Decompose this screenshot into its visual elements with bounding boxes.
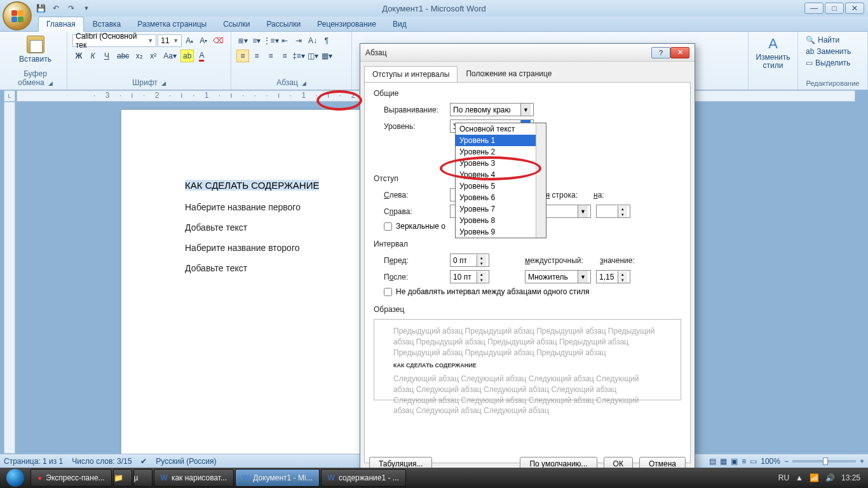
- line-spacing-button[interactable]: ‡≡▾: [292, 50, 305, 62]
- tab-insert[interactable]: Вставка: [85, 17, 129, 31]
- bullets-button[interactable]: ≣▾: [236, 34, 249, 47]
- view-draft-icon[interactable]: ▭: [750, 457, 757, 466]
- vertical-ruler[interactable]: [4, 102, 15, 454]
- underline-button[interactable]: Ч: [100, 50, 113, 62]
- select-button[interactable]: ▭Выделить: [803, 57, 862, 69]
- level-opt-9[interactable]: Уровень 9: [456, 226, 546, 238]
- tray-lang[interactable]: RU: [778, 473, 789, 482]
- dialog-help-button[interactable]: ?: [651, 47, 670, 58]
- tray-network-icon[interactable]: 📶: [810, 473, 819, 482]
- no-add-space-checkbox[interactable]: Не добавлять интервал между абзацами одн…: [384, 287, 681, 296]
- level-opt-8[interactable]: Уровень 8: [456, 215, 546, 226]
- level-opt-4[interactable]: Уровень 4: [456, 169, 546, 180]
- status-page[interactable]: Страница: 1 из 1: [4, 457, 63, 466]
- font-launcher-icon[interactable]: ◢: [161, 80, 166, 86]
- paragraph-launcher-icon[interactable]: ◢: [302, 80, 306, 86]
- taskbar-utorrent-icon[interactable]: µ: [133, 469, 153, 487]
- doc-heading[interactable]: КАК СДЕЛАТЬ СОДЕРЖАНИЕ: [185, 180, 319, 191]
- taskbar-explorer-icon[interactable]: 📁: [113, 469, 132, 487]
- bold-button[interactable]: Ж: [72, 50, 85, 62]
- close-button[interactable]: ✕: [845, 3, 864, 14]
- tab-references[interactable]: Ссылки: [215, 17, 257, 31]
- status-wordcount[interactable]: Число слов: 3/15: [72, 457, 132, 466]
- level-opt-1[interactable]: Уровень 1: [456, 135, 546, 146]
- level-opt-2[interactable]: Уровень 2: [456, 146, 546, 158]
- tray-flag-icon[interactable]: ▲: [796, 473, 803, 482]
- qat-redo-icon[interactable]: ↷: [65, 2, 78, 15]
- font-name-combo[interactable]: Calibri (Основной тек▼: [72, 34, 156, 47]
- dialog-tab-position[interactable]: Положение на странице: [458, 65, 560, 82]
- italic-button[interactable]: К: [86, 50, 99, 62]
- paste-button[interactable]: Вставить: [9, 34, 62, 65]
- view-outline-icon[interactable]: ≡: [742, 457, 746, 466]
- tab-review[interactable]: Рецензирование: [309, 17, 384, 31]
- zoom-out-button[interactable]: −: [784, 457, 789, 466]
- qat-save-icon[interactable]: 💾: [34, 2, 47, 15]
- zoom-slider[interactable]: [792, 460, 856, 463]
- tray-volume-icon[interactable]: 🔊: [825, 473, 835, 482]
- level-opt-0[interactable]: Основной текст: [456, 123, 546, 135]
- superscript-button[interactable]: x²: [147, 50, 159, 62]
- taskbar-item-2[interactable]: Wкак нарисоват...: [154, 469, 234, 487]
- align-justify-button[interactable]: ≡: [278, 50, 291, 62]
- tab-view[interactable]: Вид: [385, 17, 414, 31]
- show-marks-button[interactable]: ¶: [320, 34, 333, 47]
- align-left-button[interactable]: ≡: [236, 50, 249, 62]
- tab-mailings[interactable]: Рассылки: [259, 17, 308, 31]
- borders-button[interactable]: ▦▾: [320, 50, 333, 62]
- zoom-in-button[interactable]: +: [860, 457, 864, 466]
- qat-customize-icon[interactable]: ▼: [80, 2, 93, 15]
- clipboard-launcher-icon[interactable]: ◢: [48, 80, 53, 86]
- tray-clock[interactable]: 13:25: [841, 473, 860, 482]
- status-proofing-icon[interactable]: ✔: [140, 457, 147, 466]
- zoom-level[interactable]: 100%: [761, 457, 780, 466]
- linespacing-combo[interactable]: Множитель▼: [525, 270, 591, 283]
- change-styles-button[interactable]: A Изменить стили: [754, 34, 792, 71]
- ruler-corner[interactable]: L: [4, 90, 15, 102]
- qat-undo-icon[interactable]: ↶: [50, 2, 62, 15]
- level-opt-3[interactable]: Уровень 3: [456, 158, 546, 169]
- start-button[interactable]: [1, 468, 29, 487]
- level-opt-6[interactable]: Уровень 6: [456, 192, 546, 203]
- numbering-button[interactable]: ≡▾: [250, 34, 263, 47]
- tab-home[interactable]: Главная: [38, 17, 84, 32]
- font-size-combo[interactable]: 11▼: [158, 34, 182, 47]
- indent-dec-button[interactable]: ⇤: [278, 34, 291, 47]
- find-button[interactable]: 🔍Найти: [803, 34, 862, 46]
- dialog-tab-indents[interactable]: Отступы и интервалы: [364, 66, 458, 83]
- taskbar-item-4[interactable]: Wсодержание1 - ...: [321, 469, 406, 487]
- font-color-button[interactable]: A: [195, 50, 208, 62]
- strike-button[interactable]: abc: [114, 50, 132, 62]
- minimize-button[interactable]: —: [804, 3, 824, 14]
- align-right-button[interactable]: ≡: [264, 50, 277, 62]
- shrink-font-icon[interactable]: A▾: [197, 34, 210, 47]
- indent-inc-button[interactable]: ⇥: [292, 34, 305, 47]
- taskbar-item-3[interactable]: WДокумент1 - Mi...: [235, 469, 320, 487]
- maximize-button[interactable]: □: [825, 3, 844, 14]
- view-print-icon[interactable]: ▤: [709, 457, 716, 466]
- subscript-button[interactable]: x₂: [133, 50, 146, 62]
- linespacing-value-spin[interactable]: 1,15▴▾: [596, 270, 630, 283]
- clear-format-icon[interactable]: ⌫: [211, 34, 226, 47]
- multilevel-button[interactable]: ⋮≡▾: [264, 34, 277, 47]
- grow-font-icon[interactable]: A▴: [183, 34, 196, 47]
- shading-button[interactable]: ◫▾: [306, 50, 319, 62]
- replace-button[interactable]: abЗаменить: [803, 46, 862, 57]
- view-reading-icon[interactable]: ▦: [720, 457, 727, 466]
- taskbar-item-1[interactable]: ●Экспресс-пане...: [31, 469, 112, 487]
- firstline-by-spin[interactable]: ▴▾: [596, 205, 630, 218]
- level-opt-5[interactable]: Уровень 5: [456, 180, 546, 192]
- before-spin[interactable]: 0 пт▴▾: [450, 254, 489, 267]
- sort-button[interactable]: A↓: [306, 34, 319, 47]
- case-button[interactable]: Aa▾: [161, 50, 179, 62]
- alignment-combo[interactable]: По левому краю▼: [450, 103, 534, 116]
- align-center-button[interactable]: ≡: [250, 50, 263, 62]
- dialog-close-button[interactable]: ✕: [670, 47, 689, 58]
- level-opt-7[interactable]: Уровень 7: [456, 203, 546, 215]
- tab-layout[interactable]: Разметка страницы: [130, 17, 214, 31]
- highlight-button[interactable]: ab: [180, 50, 194, 62]
- level-dropdown-scrollbar[interactable]: [536, 123, 546, 238]
- after-spin[interactable]: 10 пт▴▾: [450, 270, 489, 283]
- office-button[interactable]: [3, 1, 32, 30]
- status-language[interactable]: Русский (Россия): [156, 457, 216, 466]
